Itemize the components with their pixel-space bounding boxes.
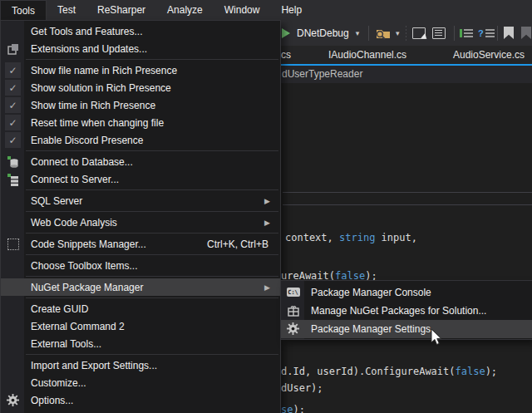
- vs-window: Tools Test ReSharper Analyze Window Help…: [0, 0, 532, 413]
- play-icon: [282, 28, 290, 38]
- check-icon: ✓: [5, 132, 21, 148]
- menubar-item-window[interactable]: Window: [214, 0, 271, 20]
- code-editor[interactable]: context, string input, ureAwait(false); …: [280, 83, 532, 413]
- toolbar-separator: [406, 20, 406, 46]
- menu-separator: [26, 211, 278, 212]
- code-line: context, string input,: [285, 232, 417, 243]
- document-outline-button[interactable]: [432, 20, 446, 46]
- menu-item-code-snippets[interactable]: Code Snippets Manager... Ctrl+K, Ctrl+B: [1, 235, 280, 253]
- chevron-down-icon: ▾: [356, 29, 360, 37]
- bookmark-icon: [504, 27, 514, 39]
- question-mark-icon: ?: [478, 28, 484, 38]
- check-icon: ✓: [5, 80, 21, 96]
- debug-target-dropdown[interactable]: DNetDebug ▾: [297, 20, 359, 46]
- submenu-arrow-icon: ▶: [264, 283, 272, 292]
- snippets-icon: [5, 236, 21, 252]
- package-icon: [285, 302, 301, 318]
- code-line: dUser);: [281, 382, 323, 394]
- browse-search-button[interactable]: [374, 20, 392, 46]
- menu-separator: [26, 297, 278, 298]
- standard-toolbar: DNetDebug ▾ ▾ ?: [280, 20, 532, 46]
- code-line: d.Id, userId).ConfigureAwait(false);: [281, 366, 497, 377]
- code-line-clipped: se);: [281, 404, 305, 413]
- menu-item-show-file-name[interactable]: ✓ Show file name in Rich Presence: [1, 61, 280, 79]
- menubar-item-tools[interactable]: Tools: [0, 0, 47, 20]
- menu-item-import-export-settings[interactable]: Import and Export Settings...: [1, 356, 280, 374]
- menu-item-sql-server[interactable]: SQL Server ▶: [1, 192, 280, 209]
- menu-item-connect-database[interactable]: Connect to Database...: [1, 153, 280, 170]
- shortcut-label: Ctrl+K, Ctrl+B: [207, 238, 272, 250]
- submenu-arrow-icon: ▶: [264, 219, 272, 227]
- menu-separator: [26, 354, 278, 355]
- database-icon: [5, 154, 21, 170]
- help-lines-button[interactable]: ?: [478, 20, 495, 46]
- menu-item-customize[interactable]: Customize...: [1, 374, 280, 391]
- menu-bar: Tools Test ReSharper Analyze Window Help: [0, 0, 532, 20]
- tab-iaudiochannel[interactable]: IAudioChannel.cs: [328, 49, 406, 61]
- submenu-item-package-manager-console[interactable]: C:\ Package Manager Console: [281, 283, 532, 302]
- breadcrumb: dUserTypeReader: [280, 66, 532, 83]
- menu-item-get-tools[interactable]: Get Tools and Features...: [1, 22, 280, 40]
- check-icon: ✓: [5, 97, 21, 113]
- menu-separator: [26, 254, 278, 255]
- extensions-icon: [5, 41, 21, 57]
- menu-item-extensions[interactable]: Extensions and Updates...: [1, 40, 280, 57]
- toolbar-separator: [497, 20, 498, 46]
- menu-item-external-tools[interactable]: External Tools...: [1, 335, 280, 352]
- toolbar-separator: [368, 20, 369, 46]
- bookmark-prev-icon: [521, 27, 531, 39]
- check-icon: ✓: [5, 62, 21, 78]
- divider-line: [283, 204, 532, 205]
- menu-item-choose-toolbox[interactable]: Choose Toolbox Items...: [1, 257, 280, 274]
- cursor-box-icon: [412, 27, 426, 39]
- navigate-box-button[interactable]: [412, 20, 426, 46]
- text-lines-icon: [464, 29, 473, 37]
- tab-partial[interactable]: cs: [281, 49, 291, 61]
- folder-search-icon: [374, 27, 392, 40]
- tools-menu: Get Tools and Features... Extensions and…: [0, 20, 281, 413]
- check-icon: ✓: [5, 115, 21, 130]
- submenu-arrow-icon: ▶: [264, 197, 272, 205]
- menu-item-options[interactable]: Options...: [1, 391, 280, 409]
- menu-item-web-code-analysis[interactable]: Web Code Analysis ▶: [1, 214, 280, 231]
- menu-item-reset-time[interactable]: ✓ Reset time when changing file: [1, 114, 280, 131]
- menu-item-show-time[interactable]: ✓ Show time in Rich Presence: [1, 96, 280, 114]
- menu-separator: [26, 276, 278, 277]
- toggle-bookmark-button[interactable]: [504, 20, 514, 46]
- menubar-item-test[interactable]: Test: [47, 0, 86, 20]
- document-lines-icon: [432, 27, 446, 39]
- divider-line: [283, 192, 532, 193]
- menubar-item-help[interactable]: Help: [270, 0, 313, 20]
- menu-item-external-command-2[interactable]: External Command 2: [1, 317, 280, 335]
- green-indent-icon: [460, 29, 462, 37]
- menubar-item-resharper[interactable]: ReSharper: [86, 0, 156, 20]
- submenu-item-package-manager-settings[interactable]: Package Manager Settings: [281, 320, 532, 338]
- browse-dropdown[interactable]: ▾: [396, 20, 400, 46]
- gear-icon: [285, 321, 301, 337]
- menu-item-connect-server[interactable]: Connect to Server...: [1, 170, 280, 188]
- menu-separator: [26, 150, 278, 151]
- menubar-item-analyze[interactable]: Analyze: [156, 0, 214, 20]
- mouse-cursor: [431, 328, 442, 348]
- submenu-item-manage-nuget-packages[interactable]: Manage NuGet Packages for Solution...: [281, 302, 532, 320]
- toolbar-separator: [454, 20, 455, 46]
- breadcrumb-text[interactable]: dUserTypeReader: [282, 68, 362, 80]
- gear-icon: [5, 392, 21, 408]
- start-debug-button[interactable]: [282, 20, 290, 46]
- menu-item-create-guid[interactable]: Create GUID: [1, 300, 280, 317]
- server-icon: [5, 171, 21, 187]
- nuget-submenu: C:\ Package Manager Console Manage NuGet…: [280, 280, 532, 340]
- document-tab-bar: cs IAudioChannel.cs AudioService.cs: [280, 46, 532, 64]
- indent-lines-button[interactable]: [460, 20, 473, 46]
- debug-target-label: DNetDebug: [297, 27, 349, 39]
- chevron-down-icon: ▾: [396, 29, 400, 37]
- menu-item-enable-discord[interactable]: ✓ Enable Discord Presence: [1, 131, 280, 149]
- prev-bookmark-button[interactable]: [521, 20, 531, 46]
- menu-item-nuget-package-manager[interactable]: NuGet Package Manager ▶: [1, 278, 280, 296]
- menu-separator: [26, 59, 278, 60]
- menu-separator: [26, 233, 278, 234]
- menu-item-show-solution[interactable]: ✓ Show solution in Rich Presence: [1, 79, 280, 96]
- text-lines-icon: [485, 29, 495, 37]
- tab-audioservice[interactable]: AudioService.cs: [453, 49, 525, 61]
- console-icon: C:\: [285, 284, 301, 300]
